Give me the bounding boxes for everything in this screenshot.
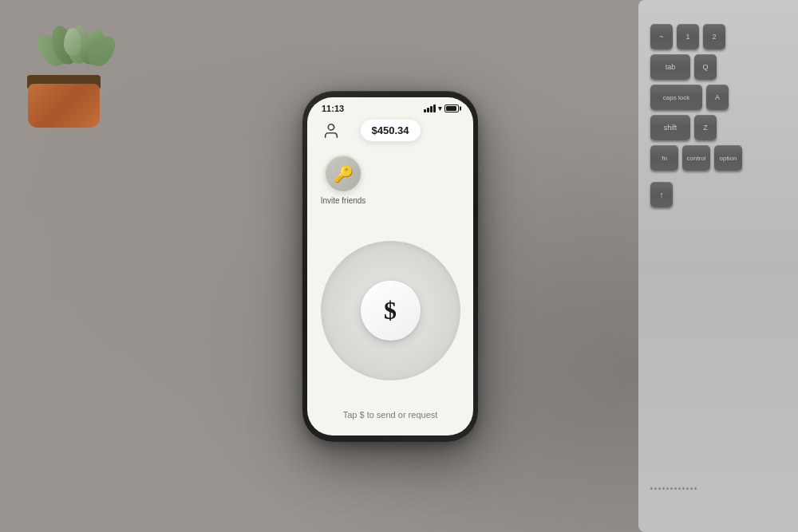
- status-bar: 11:13 ▾: [307, 97, 473, 116]
- wifi-icon: ▾: [438, 104, 442, 112]
- invite-label[interactable]: Invite friends: [320, 196, 366, 205]
- z-key[interactable]: Z: [694, 115, 717, 140]
- invite-section: 🔑 Invite friends: [307, 148, 473, 211]
- dollar-sign-icon: $: [384, 298, 397, 323]
- signal-icon: [424, 104, 436, 112]
- q-key[interactable]: Q: [694, 54, 717, 80]
- battery-icon: [444, 104, 459, 112]
- keyboard: ~ 1 2 tab Q caps lock A shift Z fn c: [650, 24, 798, 468]
- option-key[interactable]: option: [714, 145, 742, 171]
- control-key[interactable]: control: [682, 145, 710, 171]
- key-row-4: shift Z: [650, 115, 798, 140]
- outer-circle: $: [321, 241, 460, 380]
- key-row-5: fn control option: [650, 145, 798, 171]
- fn-key[interactable]: fn: [650, 145, 678, 171]
- tilde-key[interactable]: ~: [650, 24, 673, 49]
- svg-point-0: [328, 124, 334, 129]
- key-row-3: caps lock A: [650, 85, 798, 110]
- user-icon[interactable]: [320, 120, 342, 142]
- key-1[interactable]: 1: [677, 24, 699, 49]
- a-key[interactable]: A: [706, 85, 729, 110]
- key-row-2: tab Q: [650, 54, 798, 80]
- shift-key[interactable]: shift: [650, 115, 690, 140]
- tab-key[interactable]: tab: [650, 54, 690, 80]
- circle-area: $: [307, 219, 473, 402]
- status-icons: ▾: [424, 104, 459, 112]
- phone-screen: 11:13 ▾: [307, 97, 473, 435]
- leaf: [64, 28, 81, 56]
- phone: 11:13 ▾: [302, 91, 478, 442]
- phone-outer: 11:13 ▾: [302, 91, 478, 442]
- key-row-arrows: ↑: [650, 182, 798, 207]
- status-time: 11:13: [322, 104, 344, 113]
- laptop-body: ~ 1 2 tab Q caps lock A shift Z fn c: [638, 0, 798, 532]
- speaker-grille: [650, 476, 798, 500]
- key-row-1: ~ 1 2: [650, 24, 798, 49]
- invite-icon: 🔑: [334, 164, 354, 183]
- up-arrow-key[interactable]: ↑: [650, 182, 673, 207]
- dollar-button[interactable]: $: [361, 281, 421, 341]
- caps-lock-key[interactable]: caps lock: [650, 85, 702, 110]
- key-2[interactable]: 2: [703, 24, 725, 49]
- app-header: $450.34: [307, 116, 473, 148]
- succulent-leaves: [20, 8, 108, 80]
- balance-display[interactable]: $450.34: [361, 120, 421, 141]
- phone-content: 11:13 ▾: [307, 97, 473, 435]
- laptop: ~ 1 2 tab Q caps lock A shift Z fn c: [630, 0, 798, 532]
- battery-fill: [446, 106, 456, 111]
- tap-instruction: Tap $ to send or request: [307, 402, 473, 435]
- invite-avatar[interactable]: 🔑: [324, 155, 362, 193]
- plant-pot: [28, 84, 100, 128]
- plant: [0, 0, 144, 136]
